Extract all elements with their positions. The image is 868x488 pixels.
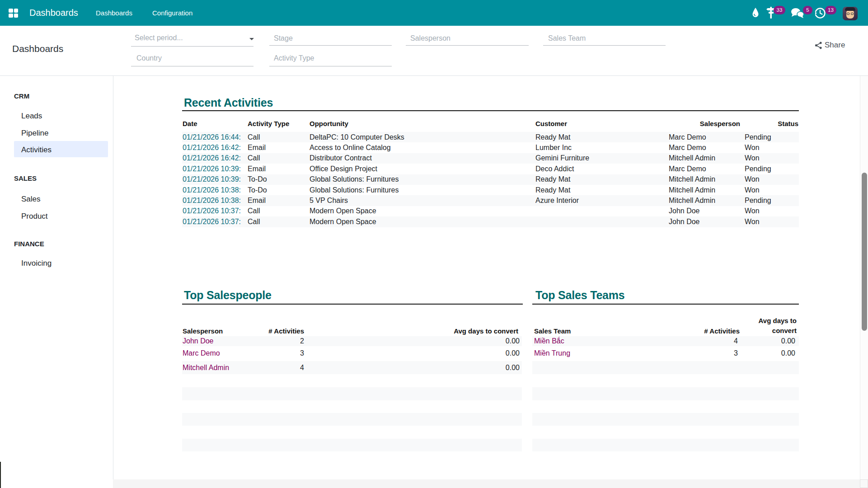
filter-salesperson-underline	[406, 45, 529, 46]
sidebar-item-pipeline[interactable]: Pipeline	[21, 129, 49, 138]
filter-activity-type-underline	[269, 66, 392, 66]
control-panel-divider	[0, 75, 868, 76]
scrollbar-thumb[interactable]	[862, 173, 867, 331]
navbar-brand[interactable]: Dashboards	[29, 0, 78, 26]
cell-salesperson: John Doe	[669, 216, 741, 227]
chat-icon[interactable]	[791, 8, 804, 19]
droplet-icon[interactable]	[751, 7, 760, 18]
table-row: 01/21/2026 10:37: Call Modern Open Space…	[182, 206, 799, 216]
top-sales-teams-title: Top Sales Teams	[535, 289, 625, 302]
cell-opportunity: Distributor Contract	[310, 153, 531, 164]
sidebar-section-finance: FINANCE	[14, 240, 44, 248]
navbar-menu-dashboards[interactable]: Dashboards	[96, 0, 132, 26]
cell-date[interactable]: 01/21/2026 10:38:	[183, 195, 244, 206]
filter-sales-team-input[interactable]: Sales Team	[548, 34, 586, 42]
navbar-menu-configuration[interactable]: Configuration	[152, 0, 192, 26]
activities-badge[interactable]: 33	[774, 6, 785, 14]
cell-date[interactable]: 01/21/2026 10:37:	[183, 216, 244, 227]
cell-status: Pending	[745, 132, 798, 142]
cell-opportunity: Office Design Project	[310, 164, 531, 174]
cell-type: Email	[248, 195, 306, 206]
table-row: Mitchell Admin 4 0.00	[182, 361, 522, 374]
bottom-strip	[113, 479, 860, 488]
sidebar-item-invoicing[interactable]: Invoicing	[21, 259, 52, 268]
col-header-activities: # Activities	[236, 327, 304, 335]
cell-status: Won	[745, 153, 798, 164]
recent-activities-title: Recent Activities	[184, 96, 273, 109]
cell-customer: Ready Mat	[535, 132, 666, 142]
cell-date[interactable]: 01/21/2026 16:42:	[183, 153, 244, 164]
sidebar-item-product[interactable]: Product	[21, 212, 48, 221]
placeholder-row	[182, 413, 522, 426]
cell-salesperson: John Doe	[669, 206, 741, 216]
cell-date[interactable]: 01/21/2026 10:39:	[183, 164, 244, 174]
table-row: 01/21/2026 16:42: Call Distributor Contr…	[182, 153, 799, 164]
filter-country-input[interactable]: Country	[136, 54, 162, 62]
chat-badge[interactable]: 5	[803, 6, 812, 14]
recent-activities-rule	[182, 110, 799, 111]
col-header-sales-team: Sales Team	[534, 327, 571, 335]
placeholder-row	[182, 387, 522, 400]
sidebar-item-activities[interactable]: Activities	[21, 145, 52, 155]
filter-stage-input[interactable]: Stage	[274, 34, 293, 42]
sidebar: CRM Leads Pipeline Activities SALES Sale…	[0, 76, 113, 488]
sidebar-section-crm: CRM	[14, 92, 29, 100]
cell-date[interactable]: 01/21/2026 10:38:	[183, 185, 244, 195]
cell-salesperson: Marc Demo	[669, 164, 741, 174]
placeholder-row	[532, 387, 799, 400]
sidebar-item-leads[interactable]: Leads	[21, 112, 42, 121]
cell-salesperson: Mitchell Admin	[669, 174, 741, 185]
cell-salesperson: Mitchell Admin	[669, 153, 741, 164]
cell-activities: 3	[236, 346, 304, 361]
navbar: Dashboards Dashboards Configuration 33 5…	[0, 0, 868, 26]
filter-period-select[interactable]: Select period...	[135, 34, 183, 42]
col-header-avg-days: Avg days to convert	[429, 327, 518, 335]
filter-salesperson-input[interactable]: Salesperson	[410, 34, 450, 42]
filter-period-underline	[131, 46, 253, 47]
cell-date[interactable]: 01/21/2026 10:37:	[183, 206, 244, 216]
clock-icon[interactable]	[814, 7, 826, 19]
user-avatar[interactable]	[843, 7, 858, 20]
window-edge-artifact	[0, 462, 1, 488]
cell-status: Won	[745, 142, 798, 153]
table-row: 01/21/2026 10:39: Email Office Design Pr…	[182, 164, 799, 174]
cell-type: Call	[248, 132, 306, 142]
cell-name[interactable]: Miền Bắc	[534, 336, 670, 346]
filter-sales-team-underline	[543, 45, 666, 46]
cell-customer: Ready Mat	[535, 174, 666, 185]
cell-status: Pending	[745, 195, 798, 206]
table-row: Marc Demo 3 0.00	[182, 346, 522, 361]
cell-type: To-Do	[248, 174, 306, 185]
top-salespeople-title: Top Salespeople	[184, 289, 272, 302]
table-row: Miền Trung 3 0.00	[532, 346, 799, 361]
top-sales-teams-rule	[532, 304, 799, 305]
cell-name[interactable]: Miền Trung	[534, 346, 670, 361]
sidebar-item-sales[interactable]: Sales	[21, 195, 41, 204]
cell-date[interactable]: 01/21/2026 16:42:	[183, 142, 244, 153]
cell-avg-days: 0.00	[741, 336, 795, 346]
share-button[interactable]: Share	[815, 40, 845, 51]
table-row	[532, 361, 799, 374]
cell-activities: 3	[673, 346, 738, 361]
cell-activities: 2	[236, 336, 304, 346]
cell-opportunity: Modern Open Space	[310, 206, 531, 216]
table-row: 01/21/2026 10:37: Call Modern Open Space…	[182, 216, 799, 227]
placeholder-row	[532, 413, 799, 426]
placeholder-row	[532, 439, 799, 451]
cell-opportunity: Global Solutions: Furnitures	[310, 185, 531, 195]
table-row: John Doe 2 0.00	[182, 336, 522, 346]
filter-activity-type-input[interactable]: Activity Type	[274, 54, 314, 62]
top-salespeople-rule	[182, 304, 523, 305]
cell-date[interactable]: 01/21/2026 10:39:	[183, 174, 244, 185]
table-row: 01/21/2026 16:42: Email Access to Online…	[182, 142, 799, 153]
cell-salesperson: Marc Demo	[669, 132, 741, 142]
clock-badge[interactable]: 13	[825, 6, 836, 14]
col-header-opportunity: Opportunity	[310, 120, 348, 127]
scrollbar[interactable]	[860, 76, 868, 479]
cell-status: Won	[745, 206, 798, 216]
table-row: 01/21/2026 10:38: Email 5 VP Chairs Azur…	[182, 195, 799, 206]
share-label: Share	[825, 41, 845, 50]
cell-date[interactable]: 01/21/2026 16:44:	[183, 132, 244, 142]
cell-customer: Ready Mat	[535, 185, 666, 195]
apps-menu-icon[interactable]	[9, 9, 19, 18]
